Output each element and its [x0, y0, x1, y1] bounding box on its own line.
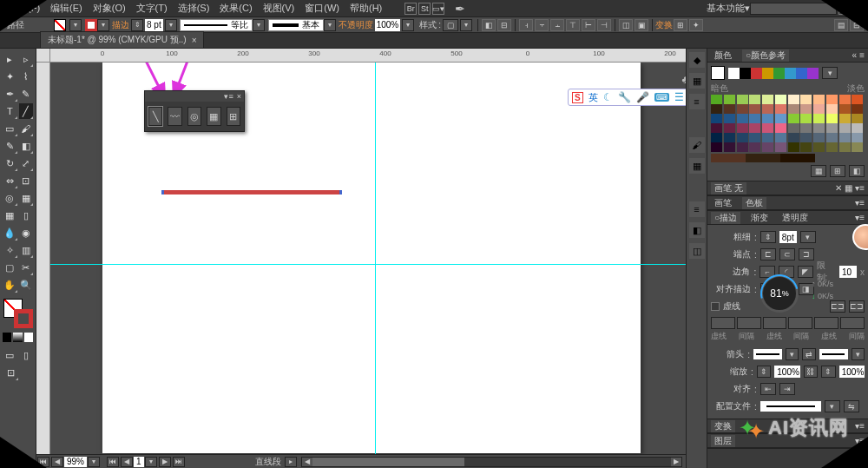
arrow-end-dd[interactable]: ▾ — [852, 348, 865, 360]
color-swatch[interactable] — [728, 68, 740, 79]
shape-btn-1[interactable]: ◫ — [619, 19, 633, 31]
eyedropper-tool[interactable]: 💧 — [3, 225, 17, 241]
menu-view[interactable]: 视图(V) — [258, 2, 300, 15]
style-thumb[interactable]: ▢ — [443, 19, 458, 31]
zoom-indicator[interactable]: 81% — [760, 274, 799, 313]
brush-slot-5[interactable]: ⊞ — [227, 107, 240, 126]
swatch-tab-1[interactable]: 画笔 — [711, 197, 735, 209]
color-dd[interactable]: ▾ — [822, 67, 838, 79]
color-swatch[interactable] — [826, 95, 838, 104]
lasso-tool[interactable]: ⌇ — [19, 69, 34, 84]
arrow-swap[interactable]: ⇄ — [802, 348, 815, 360]
align-btn-3[interactable]: ⫞ — [519, 19, 533, 31]
scroll-thumb[interactable] — [312, 458, 464, 466]
artboard-prev[interactable]: ◀ — [121, 457, 133, 467]
cap-butt[interactable]: ⊏ — [760, 248, 776, 260]
color-swatch[interactable] — [773, 68, 785, 79]
document-tab[interactable]: 未标题-1* @ 99% (CMYK/GPU 预..) × — [40, 31, 204, 48]
scale1-field[interactable]: 100% — [774, 366, 799, 378]
gap-2[interactable] — [788, 317, 812, 329]
cap-round[interactable]: ⊂ — [779, 248, 795, 260]
color-swatch[interactable] — [800, 104, 812, 114]
vertical-ruler[interactable] — [36, 63, 50, 454]
selection-tool[interactable]: ▸ — [3, 51, 17, 67]
brush-slot-2[interactable]: 〰 — [168, 107, 181, 126]
dash-mode-2[interactable]: ⊏⊐ — [849, 300, 865, 313]
color-swatch[interactable] — [826, 142, 838, 152]
profile-preview[interactable] — [760, 401, 821, 412]
line-tool[interactable]: ╱ — [19, 103, 34, 119]
dash-1[interactable] — [711, 317, 735, 329]
color-swatch[interactable] — [826, 114, 838, 123]
align-btn-4[interactable]: ⫟ — [535, 19, 549, 31]
color-swatch[interactable] — [788, 95, 799, 104]
color-swatch[interactable] — [839, 133, 851, 142]
profile-flip[interactable]: ⇋ — [844, 400, 859, 412]
cg-btn-3[interactable]: ◧ — [849, 165, 865, 177]
strip-icon-1[interactable]: ◆ — [689, 52, 705, 68]
align2-2[interactable]: ⇥ — [779, 383, 795, 395]
panel-collapse-icon[interactable]: « — [852, 50, 858, 60]
dash-3[interactable] — [814, 317, 838, 329]
color-swatch[interactable] — [740, 68, 751, 79]
ime-mic-icon[interactable]: 🎤 — [636, 91, 649, 103]
align-btn-7[interactable]: ⊢ — [582, 19, 595, 31]
stroke-link[interactable]: 描边 — [112, 19, 129, 31]
gradient-tool[interactable]: ▯ — [19, 208, 34, 223]
fill-dd[interactable]: ▾ — [69, 19, 82, 31]
mini-btn-1[interactable]: ✕ — [835, 183, 842, 193]
stroke-weight-dd[interactable]: ▾ — [165, 19, 177, 31]
brush-mini-tab[interactable]: 画笔 无 — [711, 182, 746, 194]
scale-link-icon[interactable]: ⛓ — [804, 366, 819, 378]
cg-btn-2[interactable]: ⊞ — [830, 165, 845, 177]
color-swatch[interactable] — [711, 154, 746, 162]
opacity-dd[interactable]: ▾ — [402, 19, 414, 31]
color-guide-grid[interactable] — [711, 95, 865, 152]
color-swatch[interactable] — [724, 114, 735, 123]
panel-menu-icon[interactable]: ▾≡ — [224, 92, 233, 101]
transform-tab[interactable]: 变换 — [711, 420, 735, 432]
brush-slot-4[interactable]: ▦ — [207, 107, 220, 126]
cloud-icon[interactable]: ♣ — [681, 73, 686, 86]
canvas[interactable]: ▾≡× ╲ 〰 ◎ ▦ ⊞ S 英 ☾ 🔧 — [50, 63, 686, 454]
color-swatch[interactable] — [749, 133, 760, 142]
curvature-tool[interactable]: ✎ — [19, 86, 34, 102]
color-swatch[interactable] — [711, 114, 722, 123]
stroke-panel-menu[interactable]: ▾≡ — [855, 213, 865, 222]
strip-icon-5[interactable]: ▦ — [689, 158, 705, 174]
brush-slot-1[interactable]: ╲ — [148, 107, 162, 126]
color-swatch[interactable] — [826, 104, 838, 114]
strip-icon-8[interactable]: ◫ — [689, 243, 705, 259]
color-swatch[interactable] — [852, 133, 863, 142]
free-transform-tool[interactable]: ⊡ — [19, 173, 34, 188]
menu-select[interactable]: 选择(S) — [173, 2, 215, 15]
color-swatch[interactable] — [724, 142, 735, 152]
color-swatch[interactable] — [813, 114, 825, 123]
artboard-first[interactable]: ⏮ — [107, 457, 119, 467]
perspective-tool[interactable]: ▦ — [19, 190, 34, 206]
stroke-swatch[interactable] — [85, 19, 97, 31]
pen-tool[interactable]: ✒ — [3, 86, 17, 102]
gradient-tab[interactable]: 渐变 — [747, 212, 772, 224]
color-swatch[interactable] — [749, 95, 760, 104]
color-swatch[interactable] — [800, 142, 812, 152]
panel-menu-icon[interactable]: ≡ — [859, 50, 865, 60]
color-swatch[interactable] — [807, 68, 819, 79]
color-swatch[interactable] — [775, 114, 786, 123]
profile-dd2[interactable]: ▾ — [825, 400, 840, 412]
color-swatch[interactable] — [711, 104, 722, 114]
screen-mode-2[interactable]: ▯ — [19, 347, 34, 363]
color-swatch[interactable] — [785, 68, 796, 79]
color-swatch[interactable] — [749, 104, 760, 114]
rectangle-tool[interactable]: ▭ — [3, 121, 17, 136]
paintbrush-tool[interactable]: 🖌 — [19, 121, 34, 136]
magic-wand-tool[interactable]: ✦ — [3, 69, 17, 84]
scroll-left-icon[interactable]: ◀ — [302, 458, 312, 466]
zoom-field[interactable]: 99% — [64, 457, 87, 467]
artboard-next[interactable]: ▶ — [159, 457, 171, 467]
color-swatch[interactable] — [826, 123, 838, 133]
strip-icon-4[interactable]: 🖌 — [689, 137, 705, 153]
strip-icon-2[interactable]: ▦ — [689, 73, 705, 89]
prev-btn[interactable]: ◀ — [51, 457, 63, 467]
arrow-end[interactable] — [819, 349, 848, 359]
